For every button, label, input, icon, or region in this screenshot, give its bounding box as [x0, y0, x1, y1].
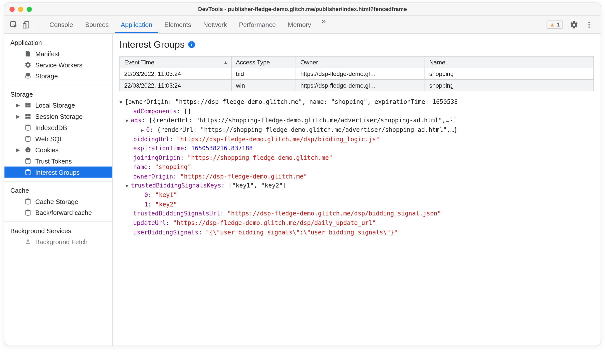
tab-performance[interactable]: Performance [233, 16, 282, 33]
svg-point-18 [25, 147, 31, 153]
sidebar-item-label: Interest Groups [35, 169, 80, 176]
sidebar-item-bg-fetch[interactable]: Background Fetch [4, 236, 112, 247]
sidebar-item-indexeddb[interactable]: IndexedDB [4, 122, 112, 133]
svg-point-20 [28, 150, 29, 151]
sidebar-item-label: Session Storage [35, 113, 82, 120]
tab-application[interactable]: Application [115, 16, 158, 33]
more-tabs-icon[interactable]: » [317, 16, 330, 33]
cell-owner: https://dsp-fledge-demo.gl… [296, 80, 425, 91]
svg-point-19 [27, 149, 27, 149]
sidebar-item-label: Cache Storage [35, 198, 78, 205]
panel-title: Interest Groups i [119, 39, 594, 50]
table-row[interactable]: 22/03/2022, 11:03:24 bid https://dsp-fle… [120, 68, 594, 79]
svg-rect-10 [25, 105, 28, 107]
sidebar-item-label: Storage [35, 72, 58, 80]
sidebar-item-bfcache[interactable]: Back/forward cache [4, 207, 112, 218]
sidebar-item-label: Service Workers [35, 61, 82, 68]
sort-ascending-icon: ▲ [224, 60, 228, 65]
cell-type: win [231, 80, 296, 91]
devtools-tabs: Console Sources Application Elements Net… [43, 16, 547, 33]
sidebar-header-cache: Cache [4, 184, 112, 196]
tab-network[interactable]: Network [197, 16, 233, 33]
expand-icon[interactable]: ▶ [141, 127, 146, 134]
database-icon [24, 197, 32, 205]
expand-icon[interactable]: ▶ [16, 114, 20, 119]
svg-rect-14 [25, 117, 28, 119]
tab-elements[interactable]: Elements [158, 16, 197, 33]
issues-badge[interactable]: ▲ 1 [547, 20, 563, 29]
svg-point-17 [26, 136, 30, 138]
settings-gear-icon[interactable] [566, 20, 582, 29]
upload-icon [24, 238, 32, 246]
cell-type: bid [231, 68, 296, 79]
kebab-menu-icon[interactable] [582, 21, 596, 28]
sidebar-item-session-storage[interactable]: ▶ Session Storage [4, 111, 112, 122]
cell-time: 22/03/2022, 11:03:24 [120, 80, 231, 91]
table-row[interactable]: 22/03/2022, 11:03:24 win https://dsp-fle… [120, 80, 594, 91]
table-icon [24, 101, 32, 109]
sidebar-item-label: Trust Tokens [35, 157, 72, 165]
issues-count: 1 [557, 21, 560, 28]
expand-icon[interactable]: ▶ [16, 102, 20, 108]
collapse-icon[interactable]: ▼ [125, 117, 131, 125]
sidebar-item-label: Back/forward cache [35, 209, 92, 216]
svg-rect-9 [28, 103, 30, 105]
database-icon [24, 168, 32, 176]
devtools-toolbar: Console Sources Application Elements Net… [4, 16, 601, 34]
svg-point-5 [589, 24, 590, 25]
device-toggle-icon[interactable] [21, 19, 32, 30]
window-title: DevTools - publisher-fledge-demo.glitch.… [4, 6, 601, 12]
sidebar-item-websql[interactable]: Web SQL [4, 133, 112, 144]
tab-memory[interactable]: Memory [282, 16, 317, 33]
column-name[interactable]: Name [425, 56, 594, 68]
svg-point-25 [26, 210, 30, 211]
table-icon [24, 112, 32, 120]
svg-rect-2 [23, 23, 26, 28]
sidebar-item-trust-tokens[interactable]: Trust Tokens [4, 155, 112, 167]
sidebar-item-local-storage[interactable]: ▶ Local Storage [4, 100, 112, 111]
sidebar-item-label: Background Fetch [35, 238, 87, 245]
sidebar-item-cache-storage[interactable]: Cache Storage [4, 196, 112, 207]
sidebar-item-manifest[interactable]: Manifest [4, 48, 112, 59]
svg-point-23 [26, 169, 30, 171]
column-event-time[interactable]: Event Time ▲ [120, 56, 231, 68]
column-owner[interactable]: Owner [296, 56, 425, 68]
expand-icon[interactable]: ▶ [16, 147, 20, 153]
svg-point-22 [26, 158, 30, 160]
interest-groups-panel: Interest Groups i Event Time ▲ Access Ty… [113, 34, 601, 346]
collapse-icon[interactable]: ▼ [119, 99, 125, 106]
database-icon [24, 135, 32, 143]
svg-point-16 [26, 125, 30, 126]
svg-rect-12 [25, 114, 28, 116]
sidebar-header-storage: Storage [4, 88, 112, 99]
sidebar-item-label: IndexedDB [35, 124, 67, 131]
table-header-row: Event Time ▲ Access Type Owner Name [120, 56, 594, 68]
toolbar-separator [39, 19, 39, 30]
sidebar-item-cookies[interactable]: ▶ Cookies [4, 144, 112, 156]
events-table: Event Time ▲ Access Type Owner Name 22/0… [119, 56, 594, 91]
devtools-window: DevTools - publisher-fledge-demo.glitch.… [4, 2, 601, 346]
detail-json-viewer[interactable]: ▼{ownerOrigin: "https://dsp-fledge-demo.… [119, 97, 594, 346]
sidebar-item-service-workers[interactable]: Service Workers [4, 59, 112, 70]
svg-point-4 [589, 22, 590, 23]
file-icon [24, 50, 32, 57]
gear-icon [24, 61, 32, 69]
column-access-type[interactable]: Access Type [231, 56, 296, 68]
sidebar-item-storage[interactable]: Storage [4, 70, 112, 82]
tab-sources[interactable]: Sources [79, 16, 115, 33]
sidebar-item-label: Web SQL [35, 135, 63, 142]
database-icon [24, 72, 32, 80]
collapse-icon[interactable]: ▼ [125, 182, 131, 190]
svg-rect-13 [28, 114, 30, 116]
inspect-element-icon[interactable] [9, 19, 19, 30]
sidebar-item-interest-groups[interactable]: Interest Groups [4, 167, 112, 178]
database-icon [24, 157, 32, 165]
application-sidebar: Application Manifest Service Workers Sto… [4, 34, 112, 346]
info-icon[interactable]: i [188, 41, 195, 48]
tab-console[interactable]: Console [43, 16, 79, 33]
database-icon [24, 209, 32, 216]
cell-name: shopping [425, 68, 594, 79]
cell-name: shopping [425, 80, 594, 91]
svg-rect-26 [26, 243, 30, 244]
cell-owner: https://dsp-fledge-demo.gl… [296, 68, 425, 79]
